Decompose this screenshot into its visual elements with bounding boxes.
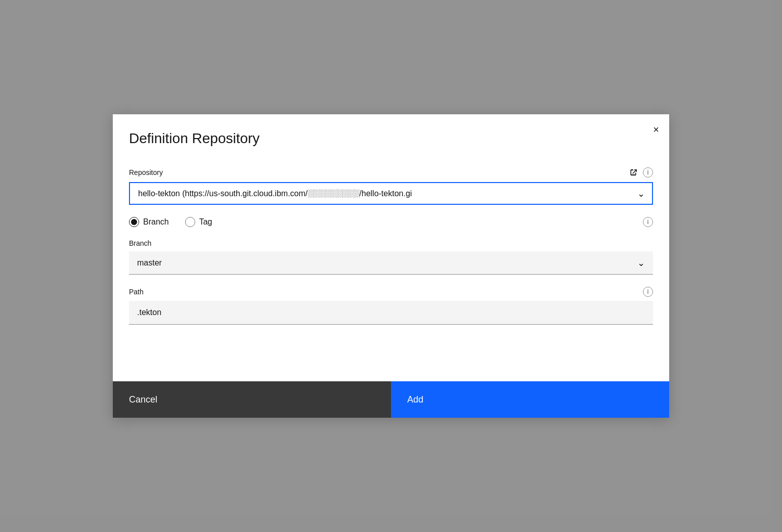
branch-field-group: Branch master ⌄ [129, 239, 653, 275]
branch-tag-radio-group: Branch Tag i [129, 217, 653, 227]
modal-body: Repository i hello-tekton (https:// [113, 155, 669, 381]
repository-label-row: Repository i [129, 167, 653, 178]
branch-tag-info-icon[interactable]: i [643, 217, 653, 227]
path-field-group: Path i [129, 287, 653, 325]
radio-row: Branch Tag i [129, 217, 653, 227]
tag-radio-option[interactable]: Tag [185, 217, 212, 227]
path-input[interactable] [129, 301, 653, 325]
repository-select[interactable]: hello-tekton (https://us-south.git.cloud… [129, 182, 653, 205]
close-button[interactable]: × [651, 122, 661, 137]
path-info-icon[interactable]: i [643, 287, 653, 297]
external-link-button[interactable] [628, 167, 639, 178]
branch-select[interactable]: master [129, 251, 653, 275]
branch-radio-option[interactable]: Branch [129, 217, 169, 227]
tag-radio-label: Tag [199, 217, 212, 227]
repository-field-group: Repository i hello-tekton (https:// [129, 167, 653, 205]
branch-radio-input[interactable] [129, 217, 139, 227]
repository-label: Repository [129, 168, 163, 176]
tag-radio-input[interactable] [185, 217, 195, 227]
add-button[interactable]: Add [391, 381, 669, 418]
cancel-button[interactable]: Cancel [113, 381, 391, 418]
radio-options: Branch Tag [129, 217, 212, 227]
modal-footer: Cancel Add [113, 381, 669, 418]
branch-dropdown-wrapper: master ⌄ [129, 251, 653, 275]
path-label: Path [129, 288, 144, 296]
modal-title: Definition Repository [129, 130, 645, 147]
branch-label: Branch [129, 239, 653, 247]
branch-radio-label: Branch [143, 217, 169, 227]
path-label-row: Path i [129, 287, 653, 297]
modal-overlay: Definition Repository × Repository i [0, 0, 782, 532]
modal-dialog: Definition Repository × Repository i [113, 114, 669, 418]
repository-dropdown-wrapper: hello-tekton (https://us-south.git.cloud… [129, 182, 653, 205]
repository-info-icon[interactable]: i [643, 167, 653, 178]
modal-header: Definition Repository × [113, 114, 669, 155]
repository-field-icons: i [628, 167, 653, 178]
